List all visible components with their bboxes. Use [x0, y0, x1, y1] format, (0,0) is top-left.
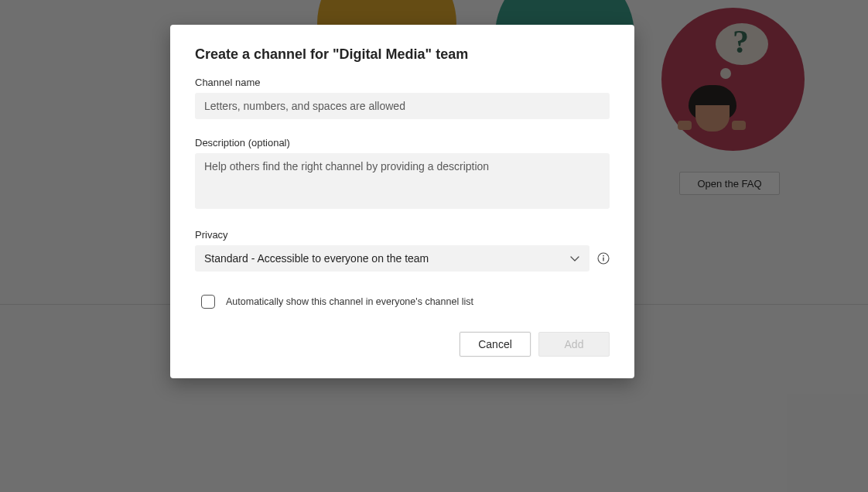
description-label: Description (optional) [195, 137, 610, 149]
decorative-circle [661, 8, 805, 151]
create-channel-dialog: Create a channel for "Digital Media" tea… [170, 25, 634, 378]
privacy-select[interactable]: Standard - Accessible to everyone on the… [195, 245, 589, 272]
channel-name-input[interactable] [195, 93, 610, 119]
add-button: Add [538, 332, 610, 357]
svg-rect-2 [603, 258, 603, 261]
thinking-person-illustration [681, 85, 743, 145]
open-faq-button[interactable]: Open the FAQ [679, 172, 780, 195]
dialog-title: Create a channel for "Digital Media" tea… [195, 46, 610, 63]
question-mark-icon: ? [733, 23, 749, 60]
svg-point-1 [603, 255, 604, 257]
privacy-selected-value: Standard - Accessible to everyone on the… [204, 252, 429, 265]
thought-bubble-icon [716, 23, 768, 65]
info-icon[interactable] [597, 252, 610, 265]
description-input[interactable] [195, 153, 610, 209]
dialog-footer: Cancel Add [195, 332, 610, 357]
auto-show-checkbox[interactable] [201, 295, 215, 309]
cancel-button[interactable]: Cancel [460, 332, 531, 357]
channel-name-label: Channel name [195, 77, 610, 88]
auto-show-label: Automatically show this channel in every… [226, 296, 473, 307]
privacy-label: Privacy [195, 229, 610, 241]
